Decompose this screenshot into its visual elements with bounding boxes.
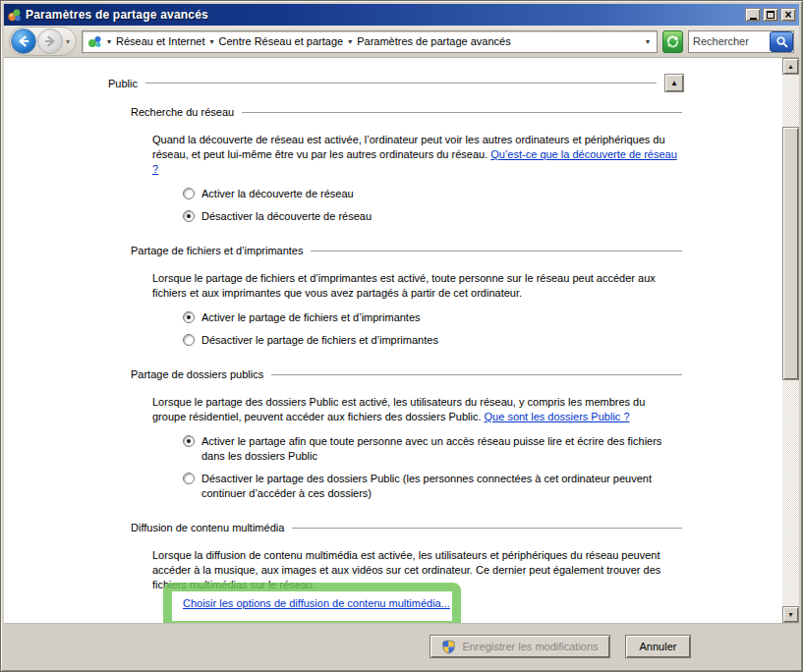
profile-title: Public — [108, 78, 138, 89]
section-divider — [145, 83, 657, 84]
address-history-chevron-icon[interactable]: ▾ — [646, 37, 652, 46]
radio-option-disable-discovery[interactable]: Désactiver la découverte de réseau — [183, 209, 682, 224]
search-button[interactable] — [770, 31, 793, 52]
search-input[interactable] — [689, 35, 770, 47]
vertical-scrollbar[interactable]: ▲ ▼ — [782, 58, 799, 623]
section-divider — [311, 251, 682, 252]
minimize-button[interactable] — [745, 8, 761, 22]
forward-arrow-icon — [43, 34, 57, 48]
recent-pages-chevron-icon[interactable]: ▾ — [64, 37, 72, 46]
window: Paramètres de partage avancés × ▾ — [0, 0, 803, 672]
search-box — [688, 30, 794, 53]
radio-icon[interactable] — [183, 210, 195, 222]
back-button[interactable] — [11, 28, 36, 54]
radio-option-enable-public-sharing[interactable]: Activer le partage afin que toute person… — [183, 434, 682, 464]
address-bar[interactable]: ▾ Réseau et Internet ▾ Centre Réseau et … — [82, 30, 658, 53]
scroll-down-button[interactable]: ▼ — [782, 606, 799, 623]
maximize-icon — [767, 11, 774, 19]
section-description: Lorsque le partage de fichiers et d’impr… — [152, 271, 680, 301]
settings-page: Public ▲ Recherche du réseau Quand la dé… — [4, 58, 782, 623]
section-network-discovery: Recherche du réseau Quand la découverte … — [131, 106, 682, 224]
breadcrumb-separator-icon[interactable]: ▾ — [348, 37, 352, 46]
navigation-toolbar: ▾ ▾ Réseau et Internet ▾ Centre Réseau e… — [4, 26, 799, 58]
scroll-up-button[interactable]: ▲ — [782, 58, 799, 75]
breadcrumb-item-advanced-sharing[interactable]: Paramètres de partage avancés — [357, 35, 511, 47]
network-location-icon — [87, 34, 102, 49]
section-description: Quand la découverte de réseau est activé… — [152, 133, 680, 177]
radio-icon[interactable] — [183, 334, 195, 346]
uac-shield-icon — [441, 640, 456, 654]
breadcrumb-dropdown-icon[interactable]: ▾ — [107, 37, 111, 46]
radio-icon[interactable] — [183, 311, 195, 323]
window-title: Paramètres de partage avancés — [26, 8, 741, 22]
section-title: Recherche du réseau — [131, 106, 234, 118]
choose-media-streaming-options-link[interactable]: Choisir les options de diffusion de cont… — [183, 597, 450, 609]
radio-icon[interactable] — [183, 435, 195, 447]
minimize-icon — [750, 18, 757, 20]
section-divider — [292, 528, 682, 529]
radio-option-disable-file-sharing[interactable]: Désactiver le partage de fichiers et d’i… — [183, 333, 682, 348]
radio-icon[interactable] — [183, 473, 195, 484]
save-changes-button[interactable]: Enregistrer les modifications — [430, 635, 610, 658]
help-link-public-folders[interactable]: Que sont les dossiers Public ? — [485, 411, 630, 422]
collapse-public-button[interactable]: ▲ — [664, 74, 684, 92]
bottom-bar: Enregistrer les modifications Annuler — [4, 623, 799, 668]
radio-option-enable-discovery[interactable]: Activer la découverte de réseau — [183, 187, 682, 201]
back-arrow-icon — [17, 34, 30, 48]
section-file-printer-sharing: Partage de fichiers et d’imprimantes Lor… — [131, 245, 682, 348]
forward-button[interactable] — [37, 28, 63, 54]
refresh-button[interactable] — [662, 30, 683, 53]
breadcrumb-item-network-internet[interactable]: Réseau et Internet — [116, 35, 205, 47]
section-public-folder-sharing: Partage de dossiers publics Lorsque le p… — [131, 368, 682, 501]
cancel-button[interactable]: Annuler — [625, 635, 691, 658]
breadcrumb-item-network-sharing-center[interactable]: Centre Réseau et partage — [219, 35, 344, 47]
radio-option-enable-file-sharing[interactable]: Activer le partage de fichiers et d’impr… — [183, 310, 682, 325]
section-divider — [242, 112, 682, 113]
section-description: Lorsque le partage des dossiers Public e… — [152, 395, 680, 424]
section-media-streaming: Diffusion de contenu multimédia Lorsque … — [131, 522, 682, 623]
media-streaming-link-row: Choisir les options de diffusion de cont… — [183, 597, 682, 609]
section-title: Diffusion de contenu multimédia — [131, 522, 284, 533]
close-button[interactable]: × — [780, 8, 796, 22]
search-icon — [775, 35, 788, 48]
window-controls: × — [745, 8, 796, 22]
section-divider — [271, 374, 682, 375]
close-icon: × — [784, 10, 791, 20]
profile-public-row: Public ▲ — [108, 74, 684, 92]
maximize-button[interactable] — [763, 8, 778, 22]
radio-icon[interactable] — [183, 188, 195, 199]
section-title: Partage de dossiers publics — [131, 368, 263, 380]
section-description: Lorsque la diffusion de contenu multiméd… — [152, 548, 680, 592]
scrollbar-thumb[interactable] — [782, 127, 799, 380]
app-icon — [7, 8, 22, 23]
nav-buttons: ▾ — [9, 27, 77, 56]
refresh-icon — [665, 34, 680, 49]
titlebar: Paramètres de partage avancés × — [4, 4, 799, 26]
radio-option-disable-public-sharing[interactable]: Désactiver le partage des dossiers Publi… — [183, 472, 682, 501]
section-title: Partage de fichiers et d’imprimantes — [131, 245, 303, 256]
breadcrumb-separator-icon[interactable]: ▾ — [210, 37, 214, 46]
